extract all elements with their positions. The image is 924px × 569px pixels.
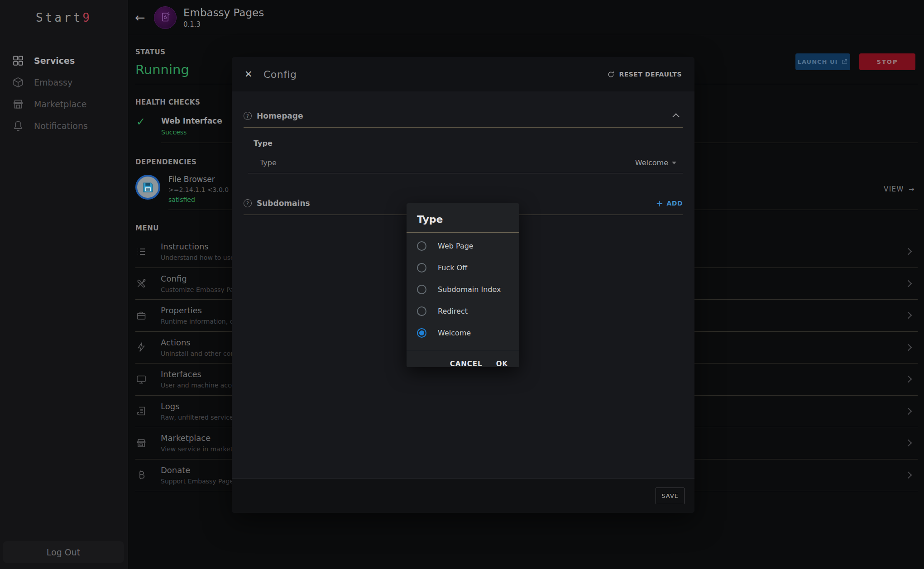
field-underline [248, 173, 683, 173]
dependency-version-range: >=2.14.1.1 <3.0.0 [168, 186, 229, 193]
sidebar-item-embassy[interactable]: Embassy [0, 72, 128, 93]
type-dialog: Type Web Page Fuck Off Subdomain Index R… [407, 203, 519, 367]
menu-item-text: Logs Raw, unfiltered service l [161, 402, 237, 421]
service-action-buttons: LAUNCH UI STOP [795, 48, 918, 70]
radio-icon [417, 285, 426, 294]
monitor-icon [136, 374, 147, 385]
sidebar-item-label: Embassy [34, 77, 72, 87]
menu-item-text: Properties Runtime information, cr [161, 306, 236, 325]
stop-button[interactable]: STOP [859, 53, 915, 70]
dependency-info: File Browser >=2.14.1.1 <3.0.0 satisfied [168, 175, 229, 203]
start9-logo: Start9 [0, 11, 128, 24]
menu-item-subtitle: Raw, unfiltered service l [161, 414, 237, 421]
file-browser-icon [135, 175, 160, 200]
radio-option-label: Redirect [438, 307, 468, 316]
config-modal-header: ✕ Config RESET DEFAULTS [232, 57, 694, 91]
menu-item-text: Config Customize Embassy Pag [161, 274, 238, 293]
list-icon [136, 246, 147, 257]
menu-item-text: Donate Support Embassy Pages [161, 465, 237, 485]
type-dialog-actions: CANCEL OK [407, 351, 519, 376]
logo-text: Start [36, 11, 82, 24]
dependency-status: satisfied [168, 196, 229, 203]
radio-option-subdomain-index[interactable]: Subdomain Index [407, 278, 519, 300]
health-check-name: Web Interface [161, 116, 222, 125]
radio-option-label: Subdomain Index [438, 285, 501, 294]
caret-down-icon [672, 162, 676, 164]
homepage-section-header[interactable]: ? Homepage [244, 111, 683, 120]
menu-item-title: Interfaces [161, 369, 239, 379]
reset-defaults-button[interactable]: RESET DEFAULTS [607, 71, 682, 78]
menu-item-subtitle: Support Embassy Pages [161, 478, 237, 485]
dependency-view-link[interactable]: VIEW → [884, 185, 915, 193]
radio-option-label: Web Page [438, 242, 474, 250]
storefront-icon [12, 98, 24, 110]
radio-icon [417, 328, 426, 338]
health-check-result: Success [161, 129, 222, 136]
radio-option-welcome[interactable]: Welcome [407, 322, 519, 344]
sidebar-nav: Services Embassy Marketplace Notificatio… [0, 50, 128, 137]
homepage-section-title: Homepage [257, 111, 303, 120]
config-modal-title: Config [263, 69, 297, 80]
page-title: Embassy Pages [183, 7, 264, 19]
plus-icon: + [656, 200, 663, 206]
sidebar-item-services[interactable]: Services [0, 50, 128, 72]
logout-button[interactable]: Log Out [3, 541, 124, 563]
refresh-icon [607, 71, 615, 78]
launch-ui-label: LAUNCH UI [798, 58, 838, 65]
radio-option-web-page[interactable]: Web Page [407, 235, 519, 257]
menu-item-title: Actions [161, 338, 237, 347]
ok-button[interactable]: OK [496, 360, 508, 368]
radio-option-label: Fuck Off [438, 263, 467, 272]
sidebar-item-notifications[interactable]: Notifications [0, 115, 128, 137]
divider [407, 232, 519, 233]
logo-accent: 9 [82, 11, 92, 24]
sidebar-item-label: Notifications [34, 121, 88, 131]
sidebar: Start9 Services Embassy Marketplace [0, 0, 128, 569]
menu-item-subtitle: Customize Embassy Pag [161, 286, 238, 293]
cancel-button[interactable]: CANCEL [450, 360, 483, 368]
save-button[interactable]: SAVE [656, 488, 685, 504]
type-select-field[interactable]: Type Welcome [260, 158, 676, 167]
menu-item-title: Config [161, 274, 238, 283]
add-subdomain-button[interactable]: + ADD [656, 200, 683, 207]
help-icon[interactable]: ? [244, 112, 252, 120]
menu-item-subtitle: Uninstall and other com [161, 350, 237, 357]
chevron-right-icon [905, 376, 912, 383]
menu-item-text: Marketplace View service in marketpl [161, 433, 239, 453]
grid-icon [12, 55, 24, 67]
back-arrow-icon[interactable]: ← [135, 10, 154, 24]
status-label: STATUS [135, 48, 189, 56]
sidebar-item-marketplace[interactable]: Marketplace [0, 93, 128, 115]
chevron-right-icon [905, 471, 912, 478]
title-block: Embassy Pages 0.1.3 [183, 7, 264, 29]
type-options-list: Web Page Fuck Off Subdomain Index Redire… [407, 235, 519, 344]
cube-icon [12, 77, 24, 88]
embassy-pages-app-icon [154, 6, 177, 29]
logs-icon [136, 406, 147, 416]
add-label: ADD [666, 200, 683, 207]
launch-ui-button[interactable]: LAUNCH UI [795, 53, 850, 70]
bitcoin-icon [136, 469, 147, 480]
menu-item-subtitle: Understand how to use E [161, 254, 240, 261]
menu-item-text: Actions Uninstall and other com [161, 338, 237, 357]
external-link-icon [841, 58, 848, 65]
config-modal-body: ? Homepage Type Type Welcome ? Subdomain… [232, 111, 694, 215]
menu-item-title: Instructions [161, 242, 240, 251]
chevron-right-icon [905, 312, 912, 319]
status-value: Running [135, 62, 189, 77]
app-header: ← Embassy Pages 0.1.3 [129, 0, 924, 35]
briefcase-icon [136, 310, 147, 321]
type-field-value: Welcome [635, 158, 676, 167]
close-icon[interactable]: ✕ [244, 69, 263, 80]
chevron-up-icon[interactable] [672, 113, 680, 120]
menu-item-text: Instructions Understand how to use E [161, 242, 240, 261]
lightning-icon [136, 342, 147, 353]
menu-item-title: Properties [161, 306, 236, 315]
status-block: STATUS Running [135, 48, 189, 77]
menu-item-title: Marketplace [161, 433, 239, 443]
radio-option-fuck-off[interactable]: Fuck Off [407, 257, 519, 278]
type-group-label: Type [254, 139, 683, 148]
radio-option-redirect[interactable]: Redirect [407, 300, 519, 322]
sidebar-item-label: Marketplace [34, 99, 86, 109]
help-icon[interactable]: ? [244, 199, 252, 207]
